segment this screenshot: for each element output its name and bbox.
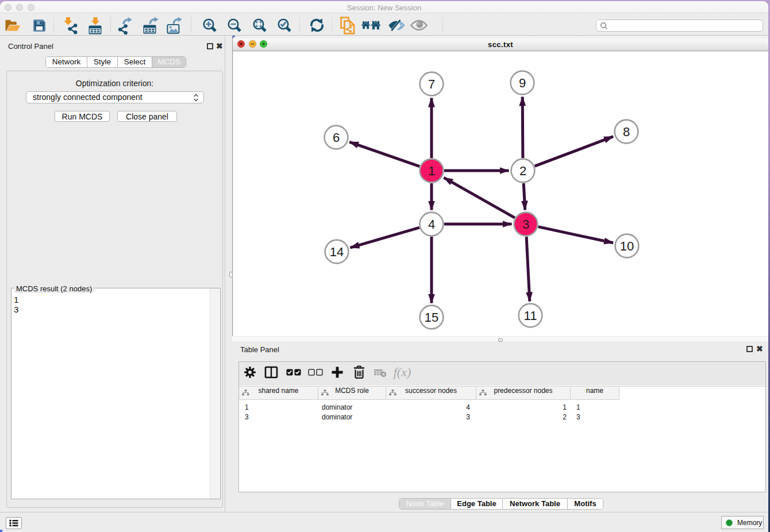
svg-text:9: 9 xyxy=(519,76,526,90)
svg-text:1: 1 xyxy=(428,164,435,178)
svg-text:14: 14 xyxy=(330,245,344,259)
svg-text:8: 8 xyxy=(623,125,630,139)
svg-text:6: 6 xyxy=(333,130,340,145)
svg-text:3: 3 xyxy=(522,217,529,232)
svg-text:15: 15 xyxy=(425,310,438,325)
svg-text:4: 4 xyxy=(428,217,435,232)
svg-text:2: 2 xyxy=(519,164,526,178)
svg-text:10: 10 xyxy=(620,239,634,253)
svg-text:11: 11 xyxy=(524,309,537,323)
svg-text:7: 7 xyxy=(428,77,435,91)
